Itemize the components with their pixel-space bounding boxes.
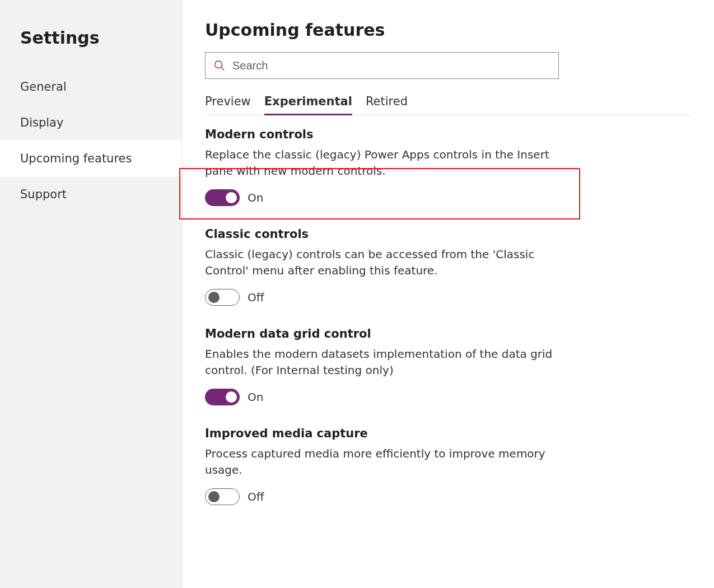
toggle-thumb bbox=[208, 491, 220, 502]
toggle-improved-media-capture[interactable] bbox=[205, 488, 240, 505]
toggle-thumb bbox=[226, 391, 237, 403]
sidebar-item-display[interactable]: Display bbox=[0, 105, 182, 141]
toggle-modern-controls[interactable] bbox=[205, 189, 240, 206]
toggle-state-label: Off bbox=[248, 291, 264, 304]
feature-description: Enables the modern datasets implementati… bbox=[205, 346, 558, 379]
search-icon bbox=[213, 59, 226, 72]
feature-modern-data-grid: Modern data grid control Enables the mod… bbox=[205, 327, 558, 405]
feature-modern-controls: Modern controls Replace the classic (leg… bbox=[205, 128, 558, 206]
feature-title: Improved media capture bbox=[205, 427, 558, 440]
tab-retired[interactable]: Retired bbox=[366, 95, 408, 115]
toggle-row: Off bbox=[205, 488, 558, 505]
sidebar: Settings General Display Upcoming featur… bbox=[0, 0, 183, 588]
toggle-state-label: Off bbox=[248, 490, 264, 503]
sidebar-item-general[interactable]: General bbox=[0, 69, 182, 105]
svg-point-0 bbox=[215, 61, 222, 68]
toggle-state-label: On bbox=[248, 191, 263, 204]
sidebar-item-upcoming-features[interactable]: Upcoming features bbox=[0, 141, 182, 176]
feature-description: Process captured media more efficiently … bbox=[205, 446, 558, 478]
toggle-row: On bbox=[205, 189, 558, 206]
toggle-thumb bbox=[208, 292, 220, 303]
main-content: Upcoming features Preview Experimental R… bbox=[183, 0, 714, 588]
toggle-row: Off bbox=[205, 289, 558, 306]
tab-preview[interactable]: Preview bbox=[205, 95, 251, 115]
tabs: Preview Experimental Retired bbox=[205, 95, 692, 115]
feature-description: Replace the classic (legacy) Power Apps … bbox=[205, 147, 558, 179]
feature-description: Classic (legacy) controls can be accesse… bbox=[205, 246, 558, 279]
sidebar-item-support[interactable]: Support bbox=[0, 176, 182, 212]
toggle-modern-data-grid[interactable] bbox=[205, 389, 240, 405]
search-box[interactable] bbox=[205, 52, 559, 79]
toggle-row: On bbox=[205, 389, 558, 405]
tab-experimental[interactable]: Experimental bbox=[264, 95, 352, 115]
feature-title: Classic controls bbox=[205, 227, 558, 241]
toggle-thumb bbox=[226, 192, 237, 203]
svg-line-1 bbox=[221, 67, 225, 71]
page-title: Upcoming features bbox=[205, 20, 692, 40]
sidebar-title: Settings bbox=[0, 28, 182, 69]
feature-improved-media-capture: Improved media capture Process captured … bbox=[205, 427, 558, 505]
toggle-state-label: On bbox=[248, 390, 263, 404]
feature-classic-controls: Classic controls Classic (legacy) contro… bbox=[205, 227, 558, 306]
toggle-classic-controls[interactable] bbox=[205, 289, 240, 306]
feature-title: Modern data grid control bbox=[205, 327, 558, 340]
feature-title: Modern controls bbox=[205, 128, 558, 141]
search-input[interactable] bbox=[232, 59, 550, 72]
